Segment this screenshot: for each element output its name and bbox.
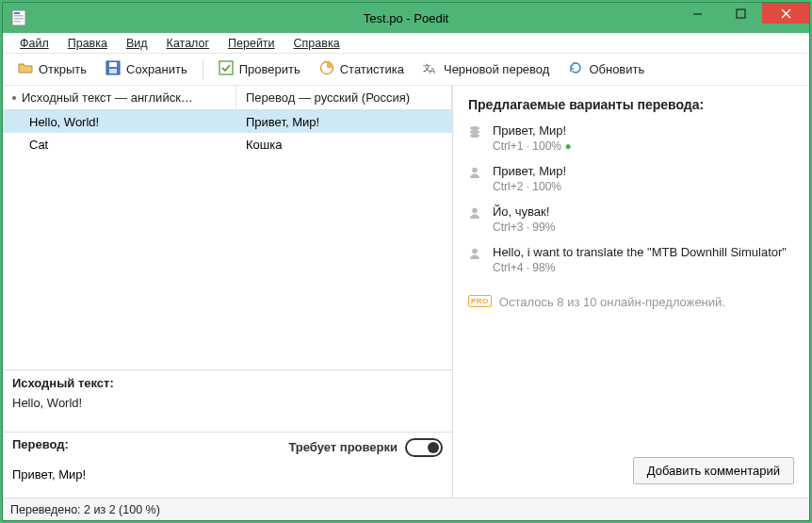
suggestion-meta: Ctrl+2 · 100% xyxy=(493,180,794,193)
svg-point-17 xyxy=(470,130,479,134)
validate-button[interactable]: Проверить xyxy=(211,57,308,82)
source-pane: Исходный текст: Hello, World! xyxy=(3,369,452,432)
table-body[interactable]: Hello, World!Привет, Мир!CatКошка xyxy=(3,110,452,369)
title-bar[interactable]: Test.po - Poedit xyxy=(3,3,809,33)
menu-edit[interactable]: Правка xyxy=(60,35,115,52)
status-bar: Переведено: 2 из 2 (100 %) xyxy=(3,498,809,520)
table-header: Исходный текст — английск… Перевод — рус… xyxy=(3,86,452,110)
cell-source: Hello, World! xyxy=(3,115,236,129)
svg-rect-12 xyxy=(219,61,233,74)
floppy-icon xyxy=(106,60,121,78)
svg-rect-3 xyxy=(14,18,24,20)
suggestion-item[interactable]: Йо, чувак! Ctrl+3 · 99% xyxy=(468,204,794,234)
left-pane: Исходный текст — английск… Перевод — рус… xyxy=(3,86,453,498)
table-row[interactable]: Hello, World!Привет, Мир! xyxy=(3,110,452,133)
minimize-button[interactable] xyxy=(675,3,719,24)
cell-source: Cat xyxy=(3,138,236,152)
add-comment-button[interactable]: Добавить комментарий xyxy=(633,457,794,484)
cell-target: Кошка xyxy=(236,138,452,152)
menu-file[interactable]: Файл xyxy=(12,35,57,52)
svg-point-20 xyxy=(472,208,478,214)
svg-text:A: A xyxy=(430,66,435,75)
suggestion-text: Привет, Мир! xyxy=(493,164,794,178)
pro-badge: PRO xyxy=(468,295,492,307)
check-icon: ● xyxy=(564,139,571,153)
svg-point-19 xyxy=(472,168,478,173)
menu-help[interactable]: Справка xyxy=(286,35,348,52)
update-button[interactable]: Обновить xyxy=(560,57,652,82)
svg-point-21 xyxy=(472,249,478,254)
menu-bar: Файл Правка Вид Каталог Перейти Справка xyxy=(3,33,809,54)
user-icon xyxy=(468,245,483,274)
separator xyxy=(203,60,203,79)
column-source[interactable]: Исходный текст — английск… xyxy=(3,86,236,109)
suggestions-pane: Предлагаемые варианты перевода: Привет, … xyxy=(453,86,809,498)
suggestion-text: Йо, чувак! xyxy=(493,204,794,219)
svg-point-16 xyxy=(470,126,479,130)
column-target[interactable]: Перевод — русский (Россия) xyxy=(236,86,452,109)
svg-rect-1 xyxy=(14,12,20,14)
save-button[interactable]: Сохранить xyxy=(98,57,195,82)
pretranslate-button[interactable]: 文A Черновой перевод xyxy=(415,57,557,82)
svg-rect-11 xyxy=(109,69,117,74)
check-box-icon xyxy=(219,60,234,78)
menu-view[interactable]: Вид xyxy=(119,35,155,52)
user-icon xyxy=(468,204,483,234)
database-icon xyxy=(468,123,483,153)
folder-open-icon xyxy=(18,60,33,78)
suggestion-item[interactable]: Hello, i want to translate the "MTB Down… xyxy=(468,245,794,274)
toolbar: Открыть Сохранить Проверить Статистика 文… xyxy=(3,54,809,86)
svg-rect-2 xyxy=(14,15,24,17)
status-text: Переведено: 2 из 2 (100 %) xyxy=(10,503,160,516)
app-window: Test.po - Poedit Файл Правка Вид Каталог… xyxy=(2,2,810,521)
suggestions-title: Предлагаемые варианты перевода: xyxy=(468,97,794,112)
user-icon xyxy=(468,164,483,193)
menu-catalog[interactable]: Каталог xyxy=(159,35,217,52)
suggestion-item[interactable]: Привет, Мир! Ctrl+2 · 100% xyxy=(468,164,794,193)
translation-input[interactable]: Привет, Мир! xyxy=(3,462,452,498)
app-icon xyxy=(10,9,27,26)
needs-work-label: Требует проверки xyxy=(288,440,398,454)
suggestion-text: Привет, Мир! xyxy=(493,123,794,138)
svg-rect-4 xyxy=(14,21,21,23)
maximize-button[interactable] xyxy=(719,3,762,24)
suggestion-text: Hello, i want to translate the "MTB Down… xyxy=(493,245,794,259)
svg-rect-6 xyxy=(737,9,745,18)
suggestion-item[interactable]: Привет, Мир! Ctrl+1 · 100% ● xyxy=(468,123,794,153)
source-label: Исходный текст: xyxy=(12,376,443,390)
pie-chart-icon xyxy=(319,60,334,78)
table-row[interactable]: CatКошка xyxy=(3,133,452,155)
svg-rect-10 xyxy=(109,62,117,67)
needs-work-toggle[interactable] xyxy=(405,438,443,457)
suggestion-meta: Ctrl+3 · 99% xyxy=(493,221,794,234)
window-controls xyxy=(675,3,809,33)
remaining-suggestions: PRO Осталось 8 из 10 онлайн-предложений. xyxy=(468,295,794,309)
main-area: Исходный текст — английск… Перевод — рус… xyxy=(3,86,809,498)
cell-target: Привет, Мир! xyxy=(236,115,452,129)
svg-point-18 xyxy=(470,134,479,138)
close-button[interactable] xyxy=(762,3,809,24)
suggestion-meta: Ctrl+1 · 100% ● xyxy=(493,139,794,153)
source-text: Hello, World! xyxy=(12,396,443,422)
translate-icon: 文A xyxy=(423,60,438,78)
suggestion-meta: Ctrl+4 · 98% xyxy=(493,261,794,274)
menu-go[interactable]: Перейти xyxy=(220,35,283,52)
stats-button[interactable]: Статистика xyxy=(312,57,412,82)
translation-label: Перевод: xyxy=(12,437,69,451)
translation-header: Перевод: Требует проверки xyxy=(3,432,452,462)
refresh-icon xyxy=(568,60,583,78)
needs-work-group: Требует проверки xyxy=(288,438,443,457)
open-button[interactable]: Открыть xyxy=(10,57,94,82)
